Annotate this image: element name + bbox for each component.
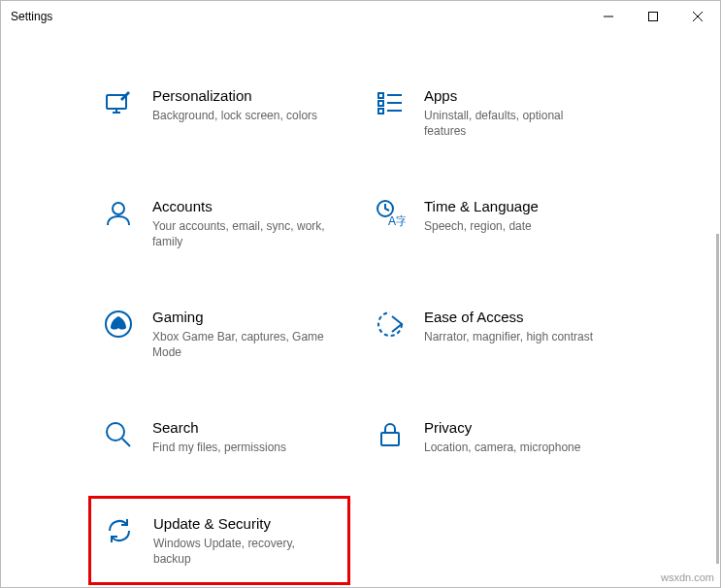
window-title: Settings [11, 10, 586, 23]
ease-of-access-icon [374, 308, 407, 341]
tile-ease-of-access[interactable]: Ease of Access Narrator, magnifier, high… [370, 302, 632, 366]
tile-desc: Your accounts, email, sync, work, family [152, 218, 327, 249]
svg-text:A字: A字 [388, 214, 406, 228]
titlebar: Settings [1, 1, 720, 32]
privacy-icon [374, 418, 407, 451]
tile-desc: Find my files, permissions [152, 440, 327, 455]
scrollbar[interactable] [716, 234, 719, 564]
tile-accounts[interactable]: Accounts Your accounts, email, sync, wor… [98, 191, 360, 255]
svg-rect-19 [381, 433, 399, 445]
minimize-button[interactable] [586, 1, 631, 32]
tile-label: Personalization [152, 86, 356, 106]
maximize-icon [648, 12, 658, 21]
update-security-icon [103, 514, 136, 547]
tile-label: Apps [424, 86, 628, 106]
svg-line-18 [122, 439, 130, 446]
svg-point-17 [107, 423, 124, 441]
svg-rect-7 [378, 93, 383, 98]
tile-label: Accounts [152, 197, 356, 216]
tile-desc: Uninstall, defaults, optional features [424, 108, 599, 139]
gaming-icon [102, 308, 135, 341]
minimize-icon [604, 12, 613, 21]
tile-desc: Xbox Game Bar, captures, Game Mode [152, 329, 327, 360]
tile-desc: Windows Update, recovery, backup [153, 536, 328, 567]
maximize-button[interactable] [631, 1, 675, 32]
tile-search[interactable]: Search Find my files, permissions [98, 412, 360, 461]
close-button[interactable] [675, 1, 720, 32]
settings-window: Settings [0, 0, 721, 588]
search-icon [102, 418, 135, 451]
settings-grid: Personalization Background, lock screen,… [98, 81, 662, 573]
tile-update-security[interactable]: Update & Security Windows Update, recove… [88, 496, 350, 585]
accounts-icon [102, 197, 135, 230]
tile-label: Time & Language [424, 197, 628, 216]
tile-label: Privacy [424, 418, 628, 438]
window-controls [586, 1, 720, 32]
time-language-icon: A字 [374, 197, 407, 230]
tile-desc: Narrator, magnifier, high contrast [424, 329, 599, 344]
svg-point-13 [113, 203, 124, 214]
apps-icon [374, 86, 407, 119]
tile-desc: Speech, region, date [424, 218, 599, 234]
svg-rect-11 [378, 109, 383, 114]
close-icon [693, 12, 703, 21]
tile-label: Update & Security [153, 514, 336, 534]
tile-desc: Background, lock screen, colors [152, 108, 327, 123]
watermark: wsxdn.com [661, 572, 714, 583]
tile-time-language[interactable]: A字 Time & Language Speech, region, date [370, 191, 632, 255]
tile-label: Search [152, 418, 356, 438]
tile-personalization[interactable]: Personalization Background, lock screen,… [98, 81, 360, 145]
personalization-icon [102, 86, 135, 119]
tile-desc: Location, camera, microphone [424, 440, 599, 455]
svg-rect-9 [378, 101, 383, 106]
tile-gaming[interactable]: Gaming Xbox Game Bar, captures, Game Mod… [98, 302, 360, 366]
settings-content: Personalization Background, lock screen,… [1, 32, 720, 588]
tile-label: Gaming [152, 308, 356, 327]
tile-privacy[interactable]: Privacy Location, camera, microphone [370, 412, 632, 461]
tile-label: Ease of Access [424, 308, 628, 327]
tile-apps[interactable]: Apps Uninstall, defaults, optional featu… [370, 81, 632, 145]
svg-rect-1 [649, 13, 658, 21]
